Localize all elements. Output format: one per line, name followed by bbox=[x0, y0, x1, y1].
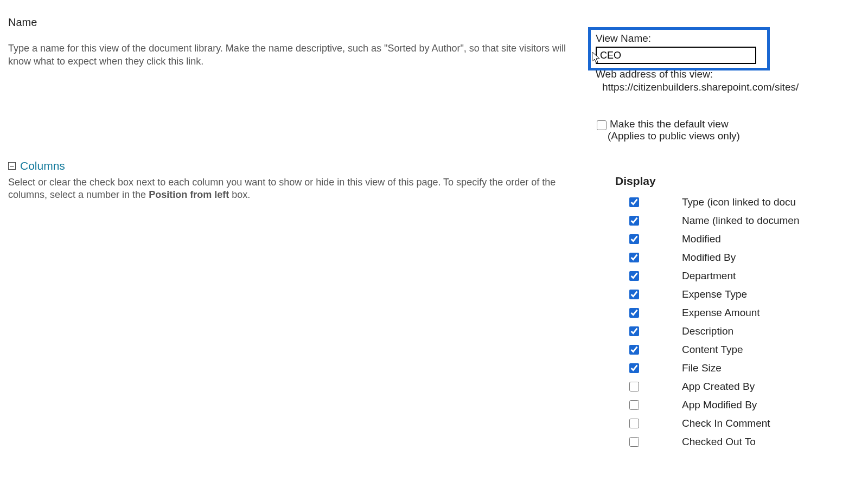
column-label: Content Type bbox=[682, 344, 743, 356]
web-address-url: https://citizenbuilders.sharepoint.com/s… bbox=[602, 81, 851, 93]
column-label: Checked Out To bbox=[682, 436, 756, 448]
columns-list: Type (icon linked to docuName (linked to… bbox=[615, 193, 865, 451]
column-row: App Created By bbox=[615, 377, 865, 396]
display-column-header: Display bbox=[615, 175, 865, 188]
name-section-description: Type a name for this view of the documen… bbox=[8, 42, 583, 68]
column-display-checkbox[interactable] bbox=[629, 216, 639, 226]
columns-desc-post: box. bbox=[229, 189, 250, 200]
column-display-checkbox[interactable] bbox=[629, 290, 639, 299]
column-display-checkbox[interactable] bbox=[629, 363, 639, 373]
columns-section-title[interactable]: Columns bbox=[20, 159, 65, 172]
column-row: App Modified By bbox=[615, 396, 865, 414]
column-row: Type (icon linked to docu bbox=[615, 193, 865, 211]
column-display-checkbox[interactable] bbox=[629, 400, 639, 410]
column-label: Check In Comment bbox=[682, 418, 770, 429]
column-label: Type (icon linked to docu bbox=[682, 196, 796, 208]
column-display-checkbox[interactable] bbox=[629, 234, 639, 244]
collapse-icon[interactable]: − bbox=[8, 162, 16, 170]
column-label: Expense Type bbox=[682, 288, 747, 300]
default-view-note: (Applies to public views only) bbox=[608, 130, 851, 142]
column-row: Content Type bbox=[615, 341, 865, 359]
column-label: App Created By bbox=[682, 381, 755, 393]
web-address-label: Web address of this view: bbox=[596, 68, 851, 80]
column-row: File Size bbox=[615, 359, 865, 377]
column-display-checkbox[interactable] bbox=[629, 326, 639, 336]
columns-desc-pre: Select or clear the check box next to ea… bbox=[8, 177, 556, 200]
columns-section-description: Select or clear the check box next to ea… bbox=[8, 176, 561, 202]
view-name-input[interactable] bbox=[596, 47, 756, 64]
column-row: Check In Comment bbox=[615, 414, 865, 433]
column-row: Modified By bbox=[615, 248, 865, 267]
column-label: Name (linked to documen bbox=[682, 215, 800, 227]
columns-desc-bold: Position from left bbox=[149, 189, 229, 200]
column-row: Modified bbox=[615, 230, 865, 248]
column-row: Expense Type bbox=[615, 285, 865, 304]
column-label: Department bbox=[682, 270, 736, 282]
column-row: Name (linked to documen bbox=[615, 211, 865, 230]
column-label: Description bbox=[682, 325, 733, 337]
column-display-checkbox[interactable] bbox=[629, 197, 639, 207]
default-view-checkbox[interactable] bbox=[597, 120, 607, 130]
column-display-checkbox[interactable] bbox=[629, 253, 639, 262]
column-label: File Size bbox=[682, 362, 722, 374]
column-row: Department bbox=[615, 267, 865, 285]
column-display-checkbox[interactable] bbox=[629, 437, 639, 447]
name-section-title: Name bbox=[8, 16, 583, 29]
column-label: Modified bbox=[682, 233, 721, 245]
column-display-checkbox[interactable] bbox=[629, 271, 639, 281]
column-label: Expense Amount bbox=[682, 307, 760, 319]
column-display-checkbox[interactable] bbox=[629, 419, 639, 428]
column-row: Description bbox=[615, 322, 865, 341]
column-display-checkbox[interactable] bbox=[629, 345, 639, 355]
column-row: Checked Out To bbox=[615, 433, 865, 451]
view-name-label: View Name: bbox=[596, 33, 851, 44]
default-view-label: Make this the default view bbox=[610, 118, 729, 130]
column-display-checkbox[interactable] bbox=[629, 308, 639, 318]
column-label: App Modified By bbox=[682, 399, 757, 411]
column-label: Modified By bbox=[682, 252, 736, 264]
column-display-checkbox[interactable] bbox=[629, 382, 639, 391]
column-row: Expense Amount bbox=[615, 304, 865, 322]
